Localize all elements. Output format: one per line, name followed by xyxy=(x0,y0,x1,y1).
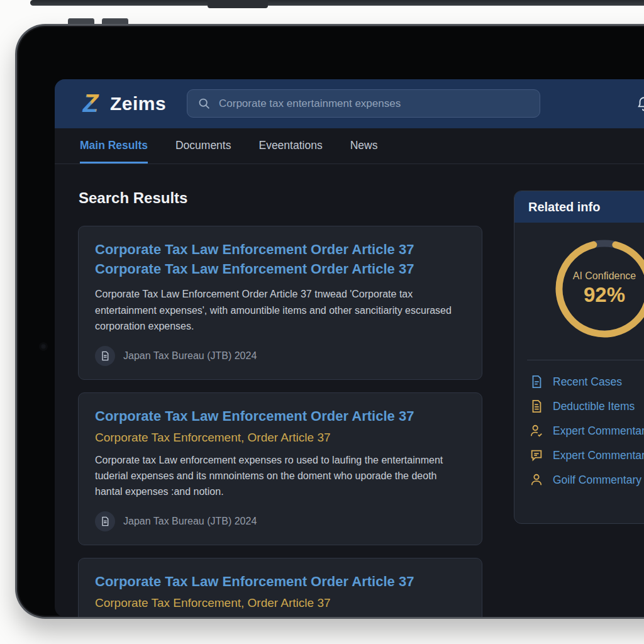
svg-text:Z: Z xyxy=(82,91,99,117)
app-screen: Z Zeims Main Results Documents Eve xyxy=(55,79,644,617)
person-check-icon xyxy=(530,424,543,438)
result-title-line: Corporate Tax Law Enforcement Order Arti… xyxy=(95,259,465,279)
tab-news[interactable]: News xyxy=(350,128,378,164)
link-label: Deductible Items xyxy=(553,400,635,413)
confidence-labels: AI Confidence 92% xyxy=(551,235,644,342)
result-title-link[interactable]: Corporate Tax Law Enforcement Order Arti… xyxy=(95,572,465,591)
link-label: Expert Commentary xyxy=(553,425,644,438)
page-title: Search Results xyxy=(79,189,187,207)
search-input[interactable] xyxy=(218,97,530,111)
link-label: Goilf Commentary xyxy=(553,474,641,487)
background-device-button xyxy=(208,0,268,8)
ai-confidence-gauge: AI Confidence 92% xyxy=(551,235,644,342)
document-badge xyxy=(95,511,115,531)
tab-documents[interactable]: Documents xyxy=(175,128,231,164)
document-icon xyxy=(100,351,110,361)
link-recent-cases[interactable]: Recent Cases xyxy=(530,375,644,389)
confidence-caption: AI Confidence xyxy=(573,270,636,282)
results-list: Corporate Tax Law Enforcement Order Arti… xyxy=(78,226,482,617)
related-info-panel: Related info AI Confidence 92% xyxy=(514,191,644,524)
chat-bubble-icon xyxy=(530,448,543,462)
app-logo[interactable]: Z Zeims xyxy=(77,91,166,117)
result-source: Japan Tax Bureau (JTB) 2024 xyxy=(95,511,465,531)
result-subtitle: Corporate Tax Enforcement, Order Article… xyxy=(95,431,465,445)
tablet-device: Z Zeims Main Results Documents Eve xyxy=(15,24,644,619)
result-title-line: Corporate Tax Law Enforcement Order Arti… xyxy=(95,240,465,259)
search-bar[interactable] xyxy=(187,89,540,118)
link-expert-commentary-2[interactable]: Expert Commentary xyxy=(530,448,644,462)
result-card[interactable]: Corporate Tax Law Enforcement Order Arti… xyxy=(78,558,482,617)
document-icon xyxy=(100,516,110,526)
result-snippet: Corporate Tax Law Enforcement Order Arti… xyxy=(95,286,465,334)
related-info-title: Related info xyxy=(528,200,600,214)
person-icon xyxy=(530,473,543,487)
document-badge xyxy=(95,346,115,366)
confidence-value: 92% xyxy=(584,283,625,307)
zeims-logo-icon: Z xyxy=(77,91,104,117)
result-source: Japan Tax Bureau (JTB) 2024 xyxy=(95,346,465,366)
divider xyxy=(527,360,644,360)
link-goilf-commentary[interactable]: Goilf Commentary xyxy=(530,473,644,487)
source-label: Japan Tax Bureau (JTB) 2024 xyxy=(123,516,257,527)
document-lines-icon xyxy=(530,399,543,413)
notification-bell-icon[interactable] xyxy=(636,96,644,114)
result-title-link[interactable]: Corporate Tax Law Enforcement Order Arti… xyxy=(95,406,465,426)
result-subtitle: Corporate Tax Enforcement, Order Article… xyxy=(95,596,465,610)
result-title-link[interactable]: Corporate Tax Law Enforcement Order Arti… xyxy=(95,240,465,279)
front-camera xyxy=(40,343,47,350)
search-icon xyxy=(197,97,211,110)
background-device-edge xyxy=(30,0,644,6)
tab-main-results[interactable]: Main Results xyxy=(80,128,148,164)
result-card[interactable]: Corporate Tax Law Enforcement Order Arti… xyxy=(78,392,482,545)
related-info-header: Related info xyxy=(514,191,644,223)
link-expert-commentary-1[interactable]: Expert Commentary xyxy=(530,424,644,438)
link-label: Recent Cases xyxy=(553,375,622,389)
tab-bar: Main Results Documents Eveentations News xyxy=(55,128,644,164)
document-icon xyxy=(530,375,543,389)
related-links: Recent Cases Deductible Items Expert Com… xyxy=(530,375,644,487)
link-label: Expert Commentary xyxy=(553,449,644,462)
app-header: Z Zeims xyxy=(55,79,644,128)
result-card[interactable]: Corporate Tax Law Enforcement Order Arti… xyxy=(78,226,482,380)
link-deductible-items[interactable]: Deductible Items xyxy=(530,399,644,413)
source-label: Japan Tax Bureau (JTB) 2024 xyxy=(123,350,257,362)
app-name: Zeims xyxy=(110,93,166,114)
result-snippet: Corporate tax Law enforcement expenses r… xyxy=(95,452,465,500)
main-content: Search Results Corporate Tax Law Enforce… xyxy=(55,164,644,617)
tab-eveentations[interactable]: Eveentations xyxy=(258,128,322,164)
